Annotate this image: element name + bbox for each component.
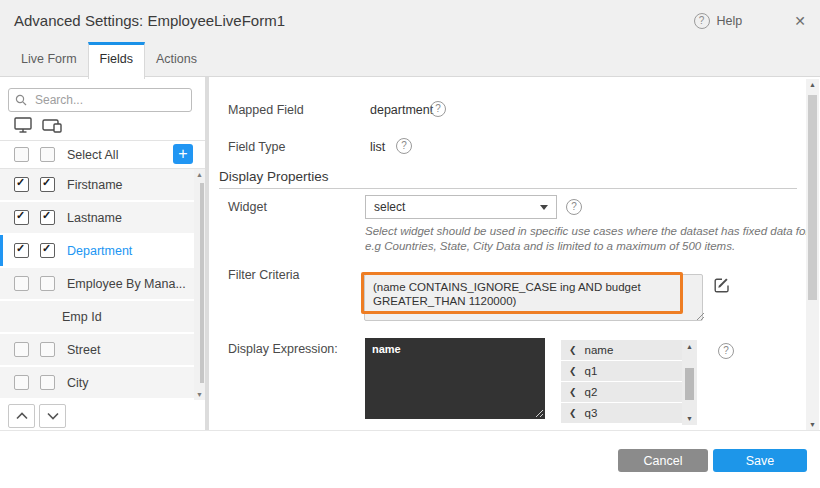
select-all-label: Select All [67, 148, 118, 162]
web-checkbox[interactable] [14, 177, 29, 192]
advanced-settings-dialog: Advanced Settings: EmployeeLiveForm1 ? H… [0, 0, 820, 488]
field-properties-panel: Mapped Field department ? Field Type lis… [209, 77, 805, 430]
select-all-web-checkbox[interactable] [14, 147, 29, 162]
add-field-button[interactable]: + [173, 144, 193, 164]
field-row[interactable]: City [0, 367, 205, 398]
scroll-down-icon[interactable]: ▼ [194, 391, 205, 398]
field-row[interactable]: Department [0, 235, 205, 266]
move-down-button[interactable] [39, 404, 66, 428]
expression-editor-value: name [372, 343, 401, 355]
mobile-checkbox[interactable] [40, 243, 55, 258]
field-row-label: Street [67, 343, 100, 357]
expression-field-item[interactable]: ❮ q1 [561, 361, 682, 381]
mobile-checkbox[interactable] [40, 210, 55, 225]
mapped-field-value: department [370, 103, 433, 117]
cancel-button[interactable]: Cancel [618, 449, 708, 472]
move-up-button[interactable] [8, 404, 35, 428]
chevron-left-icon[interactable]: ❮ [569, 408, 577, 418]
field-type-value: list [370, 140, 385, 154]
resize-handle-icon[interactable] [535, 409, 544, 418]
scrollbar-thumb[interactable] [808, 95, 817, 300]
scroll-down-icon[interactable]: ▼ [682, 415, 697, 422]
section-rule [219, 188, 797, 189]
help-link[interactable]: Help [717, 14, 743, 28]
filter-criteria-textarea[interactable]: (name CONTAINS_IGNORE_CASE ing AND budge… [364, 274, 703, 321]
search-box[interactable] [8, 88, 192, 112]
expression-field-label: name [585, 344, 614, 356]
web-checkbox[interactable] [14, 210, 29, 225]
chevron-up-icon [16, 412, 28, 420]
expression-field-item[interactable]: ❮ q2 [561, 382, 682, 402]
chevron-left-icon[interactable]: ❮ [569, 387, 577, 397]
dialog-header: Advanced Settings: EmployeeLiveForm1 ? H… [0, 0, 820, 42]
tab-bar: Live Form Fields Actions [0, 42, 820, 77]
filter-criteria-label: Filter Criteria [228, 268, 300, 282]
field-row[interactable]: Employee By Mana... [0, 268, 205, 299]
search-input[interactable] [33, 92, 185, 108]
scroll-up-icon[interactable]: ▲ [682, 343, 697, 350]
display-expression-label: Display Expression: [228, 342, 338, 356]
tab-live-form[interactable]: Live Form [10, 42, 88, 76]
resize-handle-icon[interactable] [696, 312, 705, 321]
display-expression-help-icon[interactable]: ? [718, 343, 734, 359]
field-row[interactable]: Street [0, 334, 205, 365]
chevron-left-icon[interactable]: ❮ [569, 366, 577, 376]
field-row[interactable]: Lastname [0, 202, 205, 233]
field-row[interactable]: Emp Id [0, 301, 205, 332]
field-type-label: Field Type [228, 140, 285, 154]
widget-select-value: select [374, 200, 540, 214]
field-row-label: Firstname [67, 178, 123, 192]
expression-field-label: q2 [585, 386, 598, 398]
edit-filter-icon[interactable] [713, 276, 731, 298]
expression-field-label: q3 [585, 407, 598, 419]
field-row-label: City [67, 376, 89, 390]
select-all-mobile-checkbox[interactable] [40, 147, 55, 162]
web-checkbox[interactable] [14, 243, 29, 258]
scroll-down-icon[interactable]: ▼ [806, 421, 819, 428]
footer-divider [0, 430, 820, 431]
expression-field-item[interactable]: ❮ q3 [561, 403, 682, 423]
expression-field-list: ❮ name ❮ q1 ❮ q2 ❮ q3 [561, 340, 682, 425]
help-icon[interactable]: ? [694, 13, 710, 29]
widget-select[interactable]: select [365, 195, 557, 219]
mobile-checkbox[interactable] [40, 375, 55, 390]
mapped-field-label: Mapped Field [228, 103, 304, 117]
chevron-down-icon [47, 412, 59, 420]
save-button[interactable]: Save [713, 449, 807, 472]
expression-editor[interactable]: name [365, 338, 545, 419]
mobile-tablet-icon[interactable] [42, 117, 63, 137]
main-scrollbar[interactable]: ▲ ▼ [806, 79, 819, 430]
page-title: Advanced Settings: EmployeeLiveForm1 [14, 0, 285, 42]
tab-fields[interactable]: Fields [88, 42, 145, 79]
widget-label: Widget [228, 200, 267, 214]
desktop-icon[interactable] [14, 117, 33, 137]
tab-actions[interactable]: Actions [145, 42, 208, 76]
field-row[interactable]: Firstname [0, 169, 205, 200]
web-checkbox[interactable] [14, 342, 29, 357]
widget-helper-text: Select widget should be used in specific… [365, 224, 820, 254]
scroll-up-icon[interactable]: ▲ [194, 171, 205, 178]
search-icon [15, 94, 27, 106]
expression-list-scrollbar[interactable]: ▲ ▼ [682, 340, 697, 425]
mobile-checkbox[interactable] [40, 276, 55, 291]
chevron-left-icon[interactable]: ❮ [569, 345, 577, 355]
field-row-label: Employee By Mana... [67, 277, 186, 291]
mapped-field-help-icon[interactable]: ? [430, 101, 446, 117]
field-row-label: Emp Id [62, 310, 102, 324]
fields-sidebar: Select All + Firstname Lastname Departme… [0, 77, 205, 430]
widget-help-icon[interactable]: ? [566, 199, 582, 215]
scrollbar-thumb[interactable] [685, 368, 694, 400]
section-title: Display Properties [219, 169, 329, 184]
mobile-checkbox[interactable] [40, 177, 55, 192]
web-checkbox[interactable] [14, 375, 29, 390]
mobile-checkbox[interactable] [40, 342, 55, 357]
close-icon[interactable]: ✕ [794, 13, 806, 29]
sidebar-scrollbar[interactable]: ▲ ▼ [194, 169, 205, 400]
field-type-help-icon[interactable]: ? [396, 138, 412, 154]
expression-field-item[interactable]: ❮ name [561, 340, 682, 360]
scroll-up-icon[interactable]: ▲ [806, 81, 819, 88]
field-list: Firstname Lastname Department Employee B… [0, 169, 205, 400]
dropdown-caret-icon [540, 205, 548, 210]
web-checkbox[interactable] [14, 276, 29, 291]
scrollbar-thumb[interactable] [200, 183, 204, 383]
